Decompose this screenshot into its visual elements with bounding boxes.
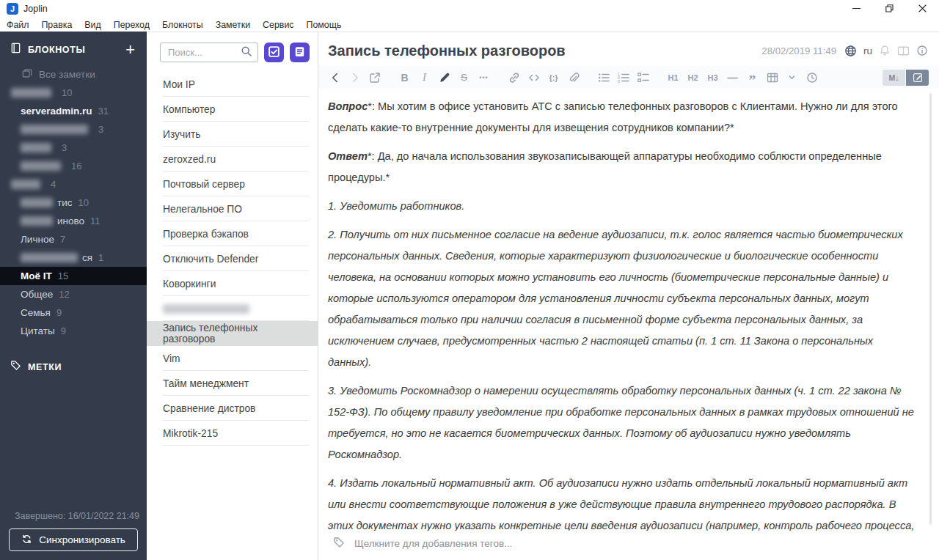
note-list-item[interactable]: zeroxzed.ru [147, 147, 318, 172]
note-paragraph: 4. Издать локальный нормативный акт. Об … [328, 473, 917, 531]
quote-icon: ” [749, 71, 756, 84]
menu-item-7[interactable]: Помощь [307, 20, 342, 30]
toolbar-insert-time-button[interactable] [803, 68, 821, 87]
search-box [160, 43, 258, 62]
window-restore-button[interactable] [873, 0, 906, 18]
toolbar-more-button[interactable]: ••• [475, 68, 493, 87]
sidebar-notebook-item[interactable]: ся1 [0, 248, 147, 267]
sidebar-notebook-item[interactable]: 3 [0, 120, 147, 139]
menu-item-3[interactable]: Переход [114, 20, 150, 30]
new-todo-button[interactable] [264, 43, 284, 62]
toolbar-italic-button[interactable]: I [415, 68, 434, 87]
new-note-button[interactable] [290, 43, 310, 62]
toolbar-heading-2-button[interactable]: H2 [684, 68, 702, 87]
joplin-window: J Joplin ФайлПравкаВидПереходБлокнотыЗам… [0, 0, 939, 560]
toolbar-heading-3-button[interactable]: H3 [704, 68, 722, 87]
sidebar-item-all-notes[interactable]: Все заметки [0, 65, 147, 84]
bulleted-list-icon [598, 72, 610, 84]
scrollbar[interactable] [929, 93, 932, 525]
note-list-panel: Мои IPКомпьютерИзучитьzeroxzed.ruПочтовы… [147, 32, 318, 560]
notebook-list: 10serveradmin.ru3133164тис10иново11Лично… [0, 84, 147, 340]
toolbar-attach-file-button[interactable] [564, 68, 582, 87]
info-icon[interactable] [916, 45, 928, 56]
note-list-item[interactable]: Нелегальное ПО [147, 196, 318, 221]
note-list-item[interactable]: Мои IP [147, 72, 318, 97]
toolbar-bold-button[interactable]: B [395, 68, 414, 87]
toolbar-inline-code-button[interactable] [525, 68, 543, 87]
note-list-item[interactable]: Компьютер [147, 97, 318, 122]
link-icon [508, 72, 520, 84]
toggle-markdown-button[interactable]: M↓ [883, 70, 905, 86]
tags-header: МЕТКИ [28, 362, 136, 372]
sidebar-notebook-item[interactable]: 3 [0, 139, 147, 157]
menu-item-1[interactable]: Правка [41, 20, 72, 30]
toolbar-bulleted-list-button[interactable] [594, 68, 613, 87]
toolbar-horizontal-rule-button[interactable]: — [723, 68, 742, 87]
note-list-item[interactable]: Отключить Defender [147, 246, 318, 271]
toolbar-highlight-button[interactable] [435, 68, 453, 87]
menu-item-2[interactable]: Вид [84, 20, 101, 30]
sidebar-notebook-item[interactable]: Цитаты9 [0, 322, 147, 340]
window-close-button[interactable] [906, 0, 939, 18]
toolbar-table-dropdown-button[interactable] [783, 68, 801, 87]
note-list-item[interactable]: Коворкинги [147, 271, 318, 296]
add-notebook-button[interactable]: + [124, 44, 136, 56]
toolbar-quote-button[interactable]: ” [743, 68, 761, 87]
sidebar-notebook-item[interactable]: иново11 [0, 212, 147, 230]
menu-item-5[interactable]: Заметки [216, 20, 250, 30]
note-list-item[interactable]: Vim [147, 346, 318, 371]
toolbar-external-edit-button[interactable] [365, 68, 384, 87]
heading-1-icon: H1 [668, 73, 678, 82]
sidebar-notebook-item[interactable]: serveradmin.ru31 [0, 102, 147, 120]
toolbar-heading-1-button[interactable]: H1 [664, 68, 682, 87]
menu-item-0[interactable]: Файл [7, 20, 29, 30]
toolbar-back-button[interactable] [326, 68, 344, 87]
sidebar-notebook-item[interactable]: 4 [0, 175, 147, 194]
sidebar-notebook-item[interactable]: 16 [0, 157, 147, 175]
notebook-icon [10, 43, 21, 56]
note-list-item[interactable]: Сравнение дистров [147, 396, 318, 421]
note-title-input[interactable]: Запись телефонных разговоров [328, 43, 761, 59]
toolbar-strikethrough-button[interactable]: S [455, 68, 473, 87]
note-list-item[interactable]: Почтовый сервер [147, 172, 318, 196]
note-list-item[interactable]: Запись телефонных разговоров [147, 321, 318, 346]
note-list-item[interactable]: Изучить [147, 122, 318, 147]
note-list-item[interactable]: Mikrotik-215 [147, 421, 318, 446]
note-list-item[interactable]: Проверка бэкапов [147, 221, 318, 246]
toolbar-table-button[interactable] [763, 68, 781, 87]
menu-item-6[interactable]: Сервис [263, 20, 293, 30]
svg-text:3: 3 [618, 79, 620, 84]
sidebar-notebook-item[interactable]: 10 [0, 84, 147, 102]
note-viewer[interactable]: Вопрос*: Мы хотим в офисе установить АТС… [318, 89, 939, 531]
search-input[interactable] [167, 46, 241, 59]
sidebar-notebook-item[interactable]: тис10 [0, 194, 147, 212]
toolbar-numbered-list-button[interactable]: 123 [614, 68, 632, 87]
toggle-richtext-button[interactable] [906, 70, 929, 86]
toolbar-code-block-button[interactable]: {:} [544, 68, 563, 87]
spellcheck-locale[interactable]: ru [863, 45, 872, 56]
layout-icon[interactable] [897, 45, 910, 57]
sync-status: Завершено: 16/01/2022 21:49 [15, 511, 139, 521]
menu-item-4[interactable]: Блокноты [162, 20, 203, 30]
sidebar: БЛОКНОТЫ + Все заметки 10serveradmin.ru3… [0, 32, 147, 560]
sidebar-notebook-item[interactable]: Общее12 [0, 285, 147, 303]
toolbar-checkbox-list-button[interactable] [634, 68, 652, 87]
note-list-item[interactable]: Тайм менеджмент [147, 371, 318, 396]
bell-icon[interactable] [879, 45, 891, 56]
search-icon [241, 45, 252, 60]
note-list-item[interactable] [147, 296, 318, 321]
sidebar-notebook-item[interactable]: Моё IT15 [0, 267, 147, 285]
italic-icon: I [423, 71, 426, 84]
toolbar-forward-button[interactable] [346, 68, 364, 87]
sidebar-notebook-item[interactable]: Семья9 [0, 303, 147, 322]
sidebar-notebook-item[interactable]: Личное7 [0, 230, 147, 248]
attach-file-icon [568, 72, 580, 84]
toolbar-link-button[interactable] [505, 68, 523, 87]
window-minimize-button[interactable] [840, 0, 873, 18]
editor-toolbar: B I S ••• {:} 123 H1 H2 H3 — ” M↓ [318, 66, 939, 89]
inline-code-icon [528, 72, 540, 84]
tag-bar[interactable]: Щелкните для добавления тегов... [318, 531, 939, 560]
synchronise-label: Синхронизировать [39, 534, 125, 545]
horizontal-rule-icon: — [728, 72, 738, 84]
synchronise-button[interactable]: Синхронизировать [9, 528, 138, 551]
